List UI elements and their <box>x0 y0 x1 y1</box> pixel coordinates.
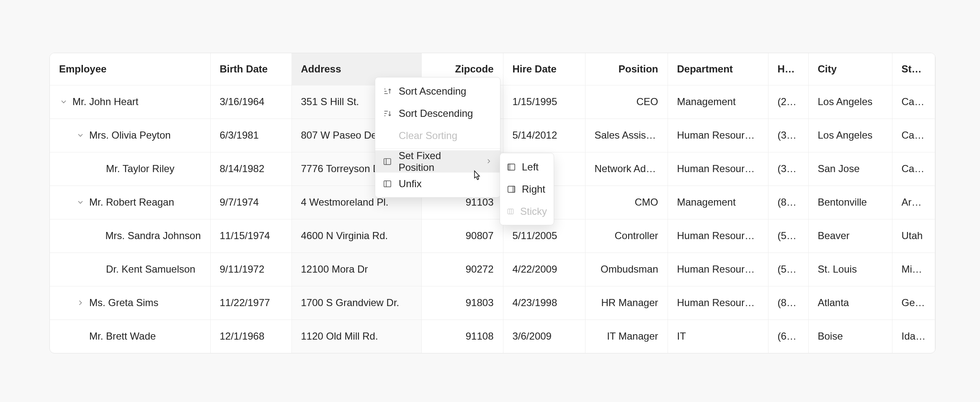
menu-clear-sorting: Clear Sorting <box>375 124 500 147</box>
column-header-state[interactable]: State <box>892 53 935 85</box>
state-cell: Georgia <box>892 286 935 320</box>
employee-name: Mrs. Sandra Johnson <box>105 230 201 242</box>
employee-name: Ms. Greta Sims <box>89 297 158 309</box>
column-header-birth[interactable]: Birth Date <box>210 53 291 85</box>
state-cell: California <box>892 119 935 152</box>
employee-name: Mr. Taylor Riley <box>106 163 175 175</box>
city-cell: San Jose <box>808 152 892 186</box>
chevron-right-icon[interactable] <box>76 298 85 307</box>
home-phone-cell: (213) 5 <box>768 85 808 119</box>
menu-sort-descending[interactable]: Sort Descending <box>375 102 500 124</box>
chevron-down-icon[interactable] <box>76 131 85 140</box>
column-header-city[interactable]: City <box>808 53 892 85</box>
zipcode-cell: 91803 <box>421 286 503 320</box>
chevron-down-icon[interactable] <box>59 97 68 106</box>
city-cell: Los Angeles <box>808 119 892 152</box>
state-cell: Idaho <box>892 320 935 353</box>
expand-spacer <box>76 332 85 341</box>
fixed-position-submenu: Left Right Sticky <box>500 153 554 225</box>
department-cell: Management <box>668 85 768 119</box>
menu-item-label: Sort Descending <box>399 108 473 119</box>
state-cell: California <box>892 85 935 119</box>
table-row[interactable]: Mrs. Sandra Johnson11/15/19744600 N Virg… <box>50 219 935 253</box>
home-phone-cell: (626) 5 <box>768 320 808 353</box>
menu-set-fixed-position[interactable]: Set Fixed Position <box>375 150 500 173</box>
hire-date-cell: 4/22/2009 <box>503 253 585 286</box>
clear-sorting-icon <box>383 131 392 140</box>
home-phone-cell: (310) 5 <box>768 119 808 152</box>
fix-sticky-icon <box>507 207 514 216</box>
fix-left-icon <box>507 162 516 172</box>
column-header-employee[interactable]: Employee <box>50 53 210 85</box>
employee-name: Mr. Brett Wade <box>89 330 156 342</box>
zipcode-cell: 90272 <box>421 253 503 286</box>
department-cell: Human Resources <box>668 219 768 253</box>
position-cell: Sales Assistant <box>585 119 668 152</box>
column-header-hire[interactable]: Hire Date <box>503 53 585 85</box>
table-row[interactable]: Ms. Greta Sims11/22/19771700 S Grandview… <box>50 286 935 320</box>
menu-item-label: Unfix <box>399 178 422 190</box>
birth-date-cell: 11/22/1977 <box>210 286 291 320</box>
birth-date-cell: 9/7/1974 <box>210 186 291 219</box>
hire-date-cell: 1/15/1995 <box>503 85 585 119</box>
department-cell: IT <box>668 320 768 353</box>
table-row[interactable]: Dr. Kent Samuelson9/11/197212100 Mora Dr… <box>50 253 935 286</box>
expand-spacer <box>93 265 102 274</box>
department-cell: Human Resources <box>668 119 768 152</box>
birth-date-cell: 9/11/1972 <box>210 253 291 286</box>
address-cell: 1700 S Grandview Dr. <box>291 286 421 320</box>
birth-date-cell: 6/3/1981 <box>210 119 291 152</box>
svg-rect-1 <box>384 180 391 187</box>
home-phone-cell: (562) 5 <box>768 253 808 286</box>
home-phone-cell: (562) 5 <box>768 219 808 253</box>
unfix-icon <box>383 179 392 188</box>
address-cell: 12100 Mora Dr <box>291 253 421 286</box>
employee-name: Mr. Robert Reagan <box>89 196 174 208</box>
address-cell: 4600 N Virginia Rd. <box>291 219 421 253</box>
department-cell: Human Resources <box>668 286 768 320</box>
city-cell: Los Angeles <box>808 85 892 119</box>
department-cell: Human Resources <box>668 152 768 186</box>
menu-unfix[interactable]: Unfix <box>375 173 500 195</box>
hire-date-cell: 5/14/2012 <box>503 119 585 152</box>
address-cell: 1120 Old Mill Rd. <box>291 320 421 353</box>
menu-item-label: Clear Sorting <box>399 130 457 142</box>
menu-sort-ascending[interactable]: Sort Ascending <box>375 80 500 102</box>
menu-item-label: Right <box>522 183 545 195</box>
menu-item-label: Set Fixed Position <box>399 150 478 173</box>
state-cell: Arkansas <box>892 186 935 219</box>
menu-item-label: Sticky <box>520 206 547 217</box>
fix-right-icon <box>507 185 516 194</box>
position-cell: HR Manager <box>585 286 668 320</box>
column-header-department[interactable]: Department <box>668 53 768 85</box>
birth-date-cell: 11/15/1974 <box>210 219 291 253</box>
birth-date-cell: 3/16/1964 <box>210 85 291 119</box>
city-cell: Beaver <box>808 219 892 253</box>
position-cell: Controller <box>585 219 668 253</box>
svg-rect-5 <box>513 186 515 192</box>
hire-date-cell: 4/23/1998 <box>503 286 585 320</box>
menu-separator <box>375 148 500 149</box>
chevron-right-icon <box>485 156 493 168</box>
submenu-sticky: Sticky <box>500 200 554 222</box>
column-header-position[interactable]: Position <box>585 53 668 85</box>
zipcode-cell: 91108 <box>421 320 503 353</box>
menu-item-label: Sort Ascending <box>399 85 466 97</box>
employee-name: Dr. Kent Samuelson <box>106 263 195 275</box>
city-cell: Bentonville <box>808 186 892 219</box>
submenu-left[interactable]: Left <box>500 156 554 178</box>
zipcode-cell: 90807 <box>421 219 503 253</box>
birth-date-cell: 8/14/1982 <box>210 152 291 186</box>
home-phone-cell: (310) 5 <box>768 152 808 186</box>
chevron-down-icon[interactable] <box>76 198 85 207</box>
svg-rect-3 <box>508 164 511 170</box>
city-cell: Boise <box>808 320 892 353</box>
table-row[interactable]: Mr. Brett Wade12/1/19681120 Old Mill Rd.… <box>50 320 935 353</box>
column-fixing-icon <box>383 157 392 166</box>
department-cell: Management <box>668 186 768 219</box>
submenu-right[interactable]: Right <box>500 178 554 200</box>
department-cell: Human Resources <box>668 253 768 286</box>
column-header-home[interactable]: Home <box>768 53 808 85</box>
home-phone-cell: (818) 5 <box>768 286 808 320</box>
employee-name: Mrs. Olivia Peyton <box>89 129 171 141</box>
